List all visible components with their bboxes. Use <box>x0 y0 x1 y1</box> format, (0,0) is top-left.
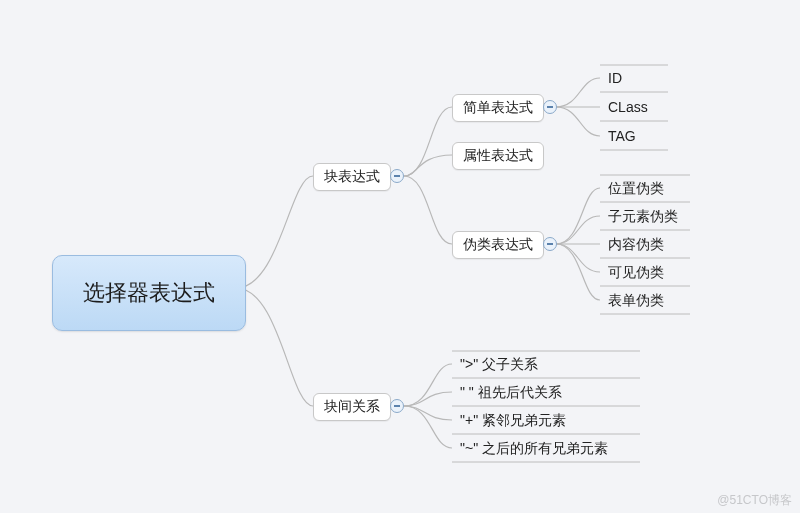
leaf-content-pseudo: 内容伪类 <box>608 234 664 256</box>
collapse-toggle-block-relation[interactable] <box>390 399 404 413</box>
leaf-class: CLass <box>608 97 648 117</box>
leaf-visible-pseudo: 可见伪类 <box>608 262 664 284</box>
leaf-adjacent-sibling: "+" 紧邻兄弟元素 <box>460 410 566 432</box>
leaf-tag: TAG <box>608 126 636 146</box>
leaf-child-pseudo: 子元素伪类 <box>608 206 678 228</box>
leaf-id: ID <box>608 68 622 88</box>
collapse-toggle-block-expr[interactable] <box>390 169 404 183</box>
node-pseudo-expression[interactable]: 伪类表达式 <box>452 231 544 259</box>
collapse-toggle-pseudo[interactable] <box>543 237 557 251</box>
leaf-position-pseudo: 位置伪类 <box>608 178 664 200</box>
node-simple-expression[interactable]: 简单表达式 <box>452 94 544 122</box>
leaf-ancestor-descendant: " " 祖先后代关系 <box>460 382 562 404</box>
watermark: @51CTO博客 <box>717 492 792 509</box>
leaf-parent-child: ">" 父子关系 <box>460 354 538 376</box>
node-attribute-expression[interactable]: 属性表达式 <box>452 142 544 170</box>
root-node[interactable]: 选择器表达式 <box>52 255 246 331</box>
leaf-form-pseudo: 表单伪类 <box>608 290 664 312</box>
node-block-relation[interactable]: 块间关系 <box>313 393 391 421</box>
node-block-expression[interactable]: 块表达式 <box>313 163 391 191</box>
leaf-general-sibling: "~" 之后的所有兄弟元素 <box>460 438 608 460</box>
collapse-toggle-simple[interactable] <box>543 100 557 114</box>
